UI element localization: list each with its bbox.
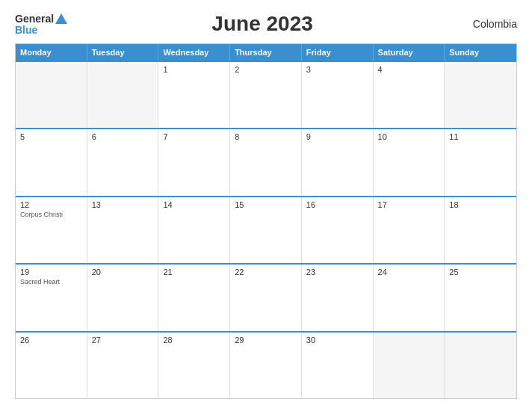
cell-w3-mon: 12Corpus Christi [16, 197, 87, 263]
cell-w4-wed: 21 [158, 265, 230, 330]
header-saturday: Saturday [374, 44, 445, 61]
cell-w5-fri: 30 [302, 333, 374, 398]
cell-w4-sat: 24 [374, 265, 445, 330]
page-title: June 2023 [67, 12, 457, 36]
cell-w5-thu: 29 [230, 333, 302, 398]
logo-general: General [15, 13, 54, 24]
cell-w2-mon: 5 [16, 129, 87, 195]
cell-w1-thu: 2 [230, 62, 302, 128]
header-sunday: Sunday [445, 44, 516, 61]
calendar-header: Monday Tuesday Wednesday Thursday Friday… [16, 44, 516, 61]
cell-w4-sun: 25 [445, 265, 516, 330]
cell-w1-wed: 1 [158, 62, 230, 128]
logo-blue: Blue [15, 25, 37, 35]
cell-w5-sun [445, 333, 516, 398]
cell-w3-fri: 16 [302, 197, 374, 263]
cell-w5-wed: 28 [158, 333, 230, 398]
calendar-week-1: 1 2 3 4 [16, 61, 516, 128]
calendar-week-2: 5 6 7 8 9 10 11 [16, 128, 516, 195]
cell-w3-wed: 14 [158, 197, 230, 263]
cell-w1-sat: 4 [374, 62, 445, 128]
cell-w2-fri: 9 [302, 129, 374, 195]
logo: General Blue [15, 13, 67, 35]
header-monday: Monday [16, 44, 87, 61]
header-tuesday: Tuesday [87, 44, 159, 61]
logo-triangle-icon [55, 13, 67, 24]
calendar-week-3: 12Corpus Christi 13 14 15 16 17 18 [16, 196, 516, 263]
country-label: Colombia [457, 18, 517, 30]
header: General Blue June 2023 Colombia [15, 12, 517, 36]
cell-w4-tue: 20 [87, 265, 159, 330]
cell-w4-mon: 19Sacred Heart [16, 265, 87, 330]
cell-w3-thu: 15 [230, 197, 302, 263]
cell-w4-fri: 23 [302, 265, 374, 330]
page: General Blue June 2023 Colombia Monday T… [0, 0, 532, 411]
calendar-body: 1 2 3 4 5 6 7 8 9 10 11 12Corpus Christi… [16, 61, 516, 398]
cell-w3-tue: 13 [87, 197, 159, 263]
cell-w5-sat [374, 333, 445, 398]
cell-w1-mon [16, 62, 87, 128]
header-friday: Friday [302, 44, 374, 61]
cell-w2-sun: 11 [445, 129, 516, 195]
cell-w5-tue: 27 [87, 333, 159, 398]
cell-w4-thu: 22 [230, 265, 302, 330]
cell-w2-tue: 6 [87, 129, 159, 195]
calendar-week-4: 19Sacred Heart 20 21 22 23 24 25 [16, 263, 516, 330]
cell-w5-mon: 26 [16, 333, 87, 398]
calendar: Monday Tuesday Wednesday Thursday Friday… [15, 43, 517, 399]
calendar-week-5: 26 27 28 29 30 [16, 331, 516, 398]
header-wednesday: Wednesday [158, 44, 230, 61]
cell-w2-thu: 8 [230, 129, 302, 195]
cell-w3-sun: 18 [445, 197, 516, 263]
header-thursday: Thursday [230, 44, 302, 61]
cell-w1-fri: 3 [302, 62, 374, 128]
cell-w2-wed: 7 [158, 129, 230, 195]
cell-w1-tue [87, 62, 159, 128]
cell-w3-sat: 17 [374, 197, 445, 263]
cell-w1-sun [445, 62, 516, 128]
cell-w2-sat: 10 [374, 129, 445, 195]
